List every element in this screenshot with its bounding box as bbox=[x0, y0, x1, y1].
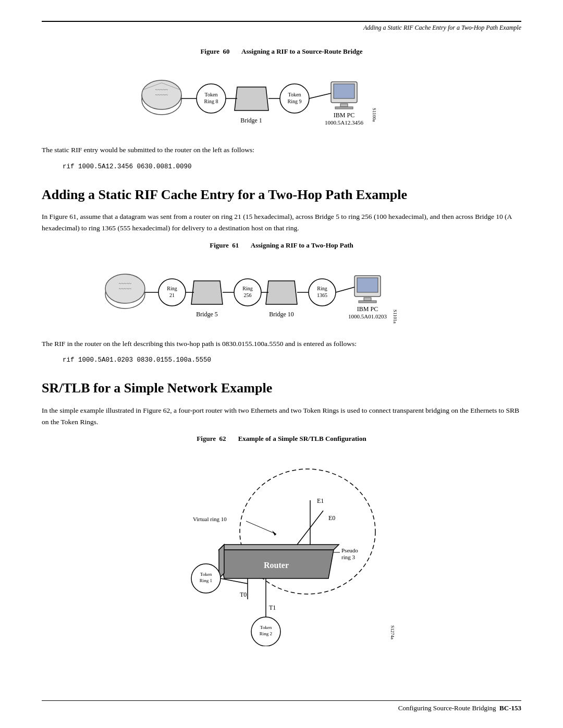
svg-marker-42 bbox=[266, 281, 297, 304]
paragraph2-text: In Figure 61, assume that a datagram was… bbox=[42, 211, 521, 233]
paragraph1-text: The static RIF entry would be submitted … bbox=[42, 144, 521, 156]
header-title: Adding a Static RIF Cache Entry for a Tw… bbox=[363, 24, 521, 31]
svg-text:Ring 2: Ring 2 bbox=[260, 631, 272, 636]
svg-text:~~~~~: ~~~~~ bbox=[119, 286, 131, 291]
svg-text:Token: Token bbox=[205, 92, 218, 97]
svg-marker-59 bbox=[219, 545, 339, 550]
svg-text:~~~~~: ~~~~~ bbox=[119, 281, 131, 286]
svg-text:256: 256 bbox=[244, 292, 252, 298]
svg-text:T1: T1 bbox=[269, 604, 276, 611]
svg-text:Router: Router bbox=[264, 561, 289, 570]
svg-text:Ring 9: Ring 9 bbox=[288, 98, 302, 104]
figure60-number: Figure 60 bbox=[200, 47, 229, 55]
svg-line-25 bbox=[309, 93, 331, 98]
svg-text:E1: E1 bbox=[317, 497, 324, 504]
svg-text:Bridge 1: Bridge 1 bbox=[240, 117, 262, 124]
svg-marker-12 bbox=[235, 87, 268, 110]
svg-line-55 bbox=[336, 287, 354, 292]
svg-text:ring 3: ring 3 bbox=[341, 554, 355, 560]
svg-text:S1101a: S1101a bbox=[393, 310, 398, 324]
svg-rect-51 bbox=[364, 298, 371, 301]
figure61-title: Assigning a RIF to a Two-Hop Path bbox=[251, 241, 353, 249]
code2: rif 1000.5A01.0203 0830.0155.100a.5550 bbox=[63, 356, 521, 364]
svg-text:IBM PC: IBM PC bbox=[357, 305, 378, 313]
svg-text:T0: T0 bbox=[240, 591, 247, 598]
svg-text:Virtual ring 10: Virtual ring 10 bbox=[193, 516, 227, 522]
section1-title: Adding a Static RIF Cache Entry for a Tw… bbox=[42, 186, 521, 204]
figure62-title: Example of a Simple SR/TLB Configuration bbox=[238, 435, 366, 442]
svg-text:1365: 1365 bbox=[317, 292, 327, 298]
svg-text:~~~~~: ~~~~~ bbox=[155, 87, 168, 92]
figure60-svg: ~~~~~ ~~~~~ Token Ring 8 Bridge 1 Token … bbox=[136, 61, 427, 144]
svg-text:Token: Token bbox=[260, 625, 272, 630]
svg-line-76 bbox=[221, 578, 248, 584]
svg-text:Ring 8: Ring 8 bbox=[204, 98, 218, 104]
paragraph4-text: In the simple example illustrated in Fig… bbox=[42, 405, 521, 427]
svg-rect-22 bbox=[335, 107, 353, 109]
page: Adding a Static RIF Cache Entry for a Tw… bbox=[0, 0, 563, 728]
svg-text:S1100a: S1100a bbox=[372, 108, 377, 122]
svg-text:Bridge 10: Bridge 10 bbox=[269, 311, 294, 318]
svg-text:21: 21 bbox=[169, 292, 175, 298]
figure61-diagram: ~~~~~ ~~~~~ Ring 21 Bridge 5 Ring 256 Br… bbox=[99, 255, 464, 338]
svg-text:~~~~~: ~~~~~ bbox=[155, 92, 168, 97]
svg-rect-21 bbox=[340, 104, 348, 107]
svg-text:Pseudo: Pseudo bbox=[341, 547, 358, 553]
figure62-number: Figure 62 bbox=[197, 435, 226, 442]
figure62-label: Figure 62 Example of a Simple SR/TLB Con… bbox=[42, 435, 521, 443]
code1: rif 1000.5A12.3456 0630.0081.0090 bbox=[63, 163, 521, 170]
svg-line-82 bbox=[246, 521, 276, 534]
footer: Configuring Source-Route Bridging BC-153 bbox=[42, 700, 521, 712]
svg-text:Bridge 5: Bridge 5 bbox=[196, 311, 218, 318]
figure60-label: Figure 60 Assigning a RIF to a Source-Ro… bbox=[42, 47, 521, 56]
figure61-label: Figure 61 Assigning a RIF to a Two-Hop P… bbox=[42, 241, 521, 250]
svg-text:Ring: Ring bbox=[317, 286, 327, 291]
footer-text: Configuring Source-Route Bridging BC-153 bbox=[398, 704, 521, 712]
svg-marker-83 bbox=[272, 530, 276, 536]
svg-text:Ring 1: Ring 1 bbox=[200, 578, 212, 583]
svg-text:S1274a: S1274a bbox=[390, 625, 395, 639]
svg-text:Ring: Ring bbox=[167, 286, 177, 291]
svg-rect-50 bbox=[357, 278, 378, 292]
figure62-diagram: Router E1 E0 Pseudo ring 3 T0 T1 Token R… bbox=[151, 448, 412, 646]
svg-text:Token: Token bbox=[288, 92, 301, 97]
header-bar: Adding a Static RIF Cache Entry for a Tw… bbox=[42, 21, 521, 32]
figure62-svg: Router E1 E0 Pseudo ring 3 T0 T1 Token R… bbox=[151, 448, 412, 646]
figure61-number: Figure 61 bbox=[210, 241, 239, 249]
svg-text:1000.5A01.0203: 1000.5A01.0203 bbox=[348, 313, 387, 319]
paragraph3-text: The RIF in the router on the left descri… bbox=[42, 338, 521, 350]
section2-title: SR/TLB for a Simple Network Example bbox=[42, 379, 521, 397]
svg-text:1000.5A12.3456: 1000.5A12.3456 bbox=[325, 119, 363, 126]
figure60-title: Assigning a RIF to a Source-Route Bridge bbox=[241, 47, 363, 55]
figure60-diagram: ~~~~~ ~~~~~ Token Ring 8 Bridge 1 Token … bbox=[136, 61, 427, 144]
svg-text:IBM PC: IBM PC bbox=[334, 112, 354, 119]
svg-text:Ring: Ring bbox=[242, 286, 252, 291]
svg-marker-35 bbox=[191, 281, 223, 304]
svg-rect-20 bbox=[334, 84, 354, 98]
svg-text:E0: E0 bbox=[328, 514, 335, 522]
figure61-svg: ~~~~~ ~~~~~ Ring 21 Bridge 5 Ring 256 Br… bbox=[99, 255, 464, 338]
svg-rect-52 bbox=[359, 301, 376, 303]
svg-text:Token: Token bbox=[200, 572, 212, 577]
